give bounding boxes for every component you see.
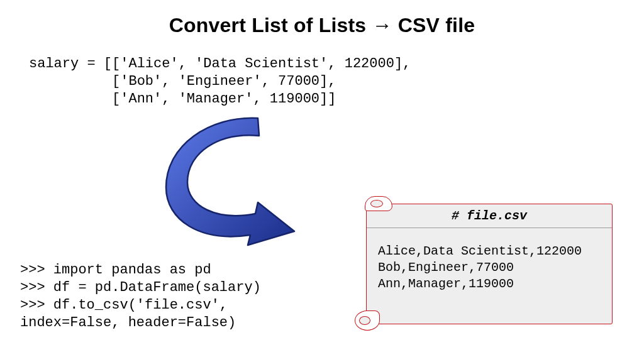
file-content: Alice,Data Scientist,122000 Bob,Engineer… [367, 228, 612, 301]
file-body: # file.csv Alice,Data Scientist,122000 B… [366, 204, 613, 324]
page-title: Convert List of Lists → CSV file [0, 14, 644, 37]
code-block-input: salary = [['Alice', 'Data Scientist', 12… [29, 55, 411, 108]
file-header: # file.csv [367, 204, 612, 228]
scroll-curl-top-icon [365, 196, 392, 211]
curved-arrow-icon [151, 113, 308, 251]
code-block-repl: >>> import pandas as pd >>> df = pd.Data… [20, 261, 261, 332]
file-output-panel: # file.csv Alice,Data Scientist,122000 B… [356, 197, 614, 329]
scroll-curl-bottom-icon [355, 310, 380, 331]
